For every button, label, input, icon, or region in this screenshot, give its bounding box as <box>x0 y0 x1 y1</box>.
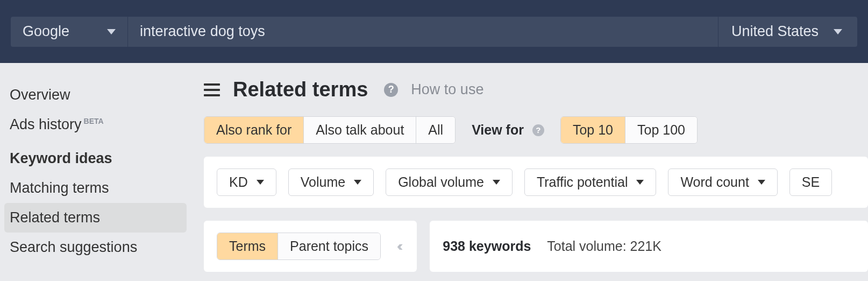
grouping-terms[interactable]: Terms <box>217 233 278 259</box>
sidebar-item-overview[interactable]: Overview <box>0 80 191 110</box>
grouping-parent-topics[interactable]: Parent topics <box>278 233 380 259</box>
sidebar-section-keyword-ideas: Keyword ideas <box>0 139 191 173</box>
beta-badge: BETA <box>84 117 104 125</box>
menu-icon[interactable] <box>204 83 220 96</box>
view-for-top100[interactable]: Top 100 <box>625 117 697 143</box>
filter-kd[interactable]: KD <box>217 168 276 196</box>
page-title: Related terms <box>233 78 368 101</box>
topbar: Google United States <box>0 0 868 63</box>
mode-all[interactable]: All <box>416 117 455 143</box>
filter-label: Global volume <box>398 174 484 190</box>
country-label: United States <box>731 23 819 40</box>
filter-global-volume[interactable]: Global volume <box>386 168 513 196</box>
filters-card: KD Volume Global volume Traffic potentia… <box>204 157 868 208</box>
toggle-row: Also rank for Also talk about All View f… <box>204 116 868 144</box>
grouping-card: Terms Parent topics ‹‹ <box>204 221 417 272</box>
how-to-use-link[interactable]: How to use <box>411 81 483 98</box>
mode-also-rank-for[interactable]: Also rank for <box>204 117 304 143</box>
keyword-search-input[interactable] <box>127 17 718 47</box>
help-icon[interactable]: ? <box>384 83 398 97</box>
keyword-count: 938 keywords <box>443 238 531 254</box>
chevron-down-icon <box>257 180 264 185</box>
sidebar-item-related-terms[interactable]: Related terms <box>4 203 187 233</box>
total-volume: Total volume: 221K <box>547 238 661 254</box>
chevron-down-icon <box>354 180 361 185</box>
filter-volume[interactable]: Volume <box>288 168 374 196</box>
chevron-down-icon <box>636 180 644 185</box>
sidebar-item-label: Matching terms <box>10 180 109 196</box>
filter-label: Traffic potential <box>537 174 628 190</box>
chevron-down-icon <box>493 180 500 185</box>
sidebar-item-search-suggestions[interactable]: Search suggestions <box>0 233 191 262</box>
view-for-label: View for ? <box>472 122 544 138</box>
sidebar-item-ads-history[interactable]: Ads history BETA <box>0 110 191 139</box>
view-for-toggle-group: Top 10 Top 100 <box>560 116 698 144</box>
mode-toggle-group: Also rank for Also talk about All <box>204 116 456 144</box>
results-summary-card: 938 keywords Total volume: 221K <box>430 221 868 272</box>
bottom-row: Terms Parent topics ‹‹ 938 keywords Tota… <box>204 221 868 272</box>
title-row: Related terms ? How to use <box>204 78 868 101</box>
chevron-down-icon <box>107 29 116 34</box>
filter-traffic-potential[interactable]: Traffic potential <box>524 168 657 196</box>
filter-serp[interactable]: SE <box>789 168 832 196</box>
filter-label: KD <box>229 174 248 190</box>
sidebar-item-label: Overview <box>10 87 70 103</box>
sidebar-item-matching-terms[interactable]: Matching terms <box>0 173 191 203</box>
grouping-toggle-group: Terms Parent topics <box>217 233 381 260</box>
filter-label: SE <box>802 174 820 190</box>
help-icon[interactable]: ? <box>532 124 544 136</box>
search-engine-select[interactable]: Google <box>11 17 127 47</box>
sidebar-item-label: Related terms <box>10 209 100 226</box>
country-select[interactable]: United States <box>718 17 857 47</box>
main-content: Related terms ? How to use Also rank for… <box>191 63 868 272</box>
filter-label: Volume <box>301 174 345 190</box>
search-engine-label: Google <box>23 23 69 40</box>
mode-also-talk-about[interactable]: Also talk about <box>304 117 416 143</box>
collapse-icon[interactable]: ‹‹ <box>393 238 404 255</box>
filter-word-count[interactable]: Word count <box>668 168 777 196</box>
sidebar: Overview Ads history BETA Keyword ideas … <box>0 63 191 272</box>
sidebar-item-label: Search suggestions <box>10 239 137 256</box>
chevron-down-icon <box>834 29 842 34</box>
filter-label: Word count <box>680 174 749 190</box>
sidebar-item-label: Ads history <box>10 116 82 133</box>
view-for-top10[interactable]: Top 10 <box>561 117 625 143</box>
chevron-down-icon <box>758 180 765 185</box>
